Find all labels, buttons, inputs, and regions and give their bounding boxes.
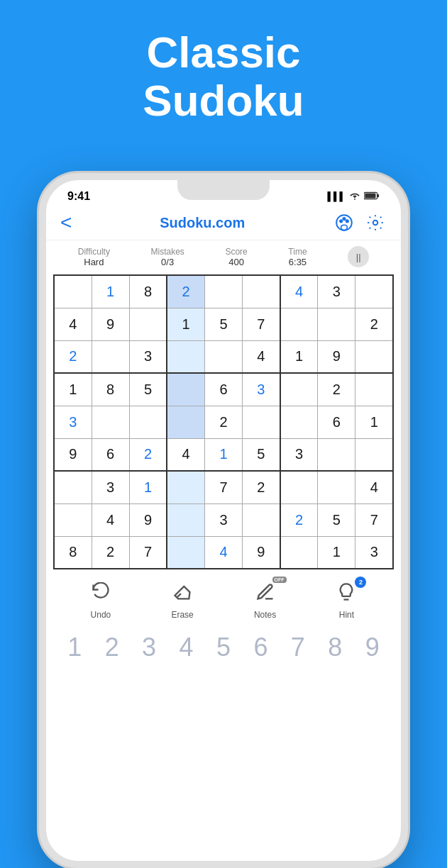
grid-cell[interactable] <box>54 471 92 503</box>
grid-cell[interactable]: 1 <box>355 406 393 438</box>
grid-cell[interactable] <box>54 503 92 536</box>
grid-cell[interactable]: 5 <box>129 373 167 406</box>
pause-button[interactable]: || <box>348 246 369 267</box>
grid-cell[interactable] <box>280 373 318 406</box>
grid-cell[interactable]: 3 <box>243 373 280 406</box>
grid-cell[interactable] <box>243 406 280 438</box>
grid-cell[interactable]: 4 <box>167 438 204 471</box>
grid-cell[interactable]: 2 <box>318 373 355 406</box>
grid-cell[interactable]: 7 <box>355 503 393 536</box>
grid-cell[interactable]: 7 <box>204 471 242 503</box>
grid-cell[interactable] <box>355 438 393 471</box>
grid-cell[interactable] <box>355 373 393 406</box>
grid-cell[interactable] <box>92 340 129 373</box>
palette-icon[interactable] <box>333 211 355 234</box>
number-button-8[interactable]: 8 <box>322 633 348 662</box>
grid-cell[interactable]: 7 <box>243 308 280 340</box>
grid-cell[interactable] <box>280 308 318 340</box>
grid-cell[interactable] <box>204 340 242 373</box>
time-label: Time <box>288 247 307 257</box>
grid-cell[interactable] <box>280 536 318 569</box>
grid-cell[interactable]: 4 <box>204 536 242 569</box>
grid-cell[interactable]: 3 <box>204 503 242 536</box>
grid-cell[interactable] <box>54 275 92 308</box>
grid-cell[interactable]: 6 <box>204 373 242 406</box>
grid-cell[interactable]: 3 <box>355 536 393 569</box>
number-button-3[interactable]: 3 <box>136 633 162 662</box>
grid-cell[interactable]: 5 <box>204 308 242 340</box>
grid-cell[interactable] <box>129 406 167 438</box>
number-button-4[interactable]: 4 <box>174 633 199 662</box>
number-button-7[interactable]: 7 <box>285 633 311 662</box>
grid-cell[interactable]: 8 <box>92 373 129 406</box>
grid-cell[interactable]: 4 <box>243 340 280 373</box>
number-button-6[interactable]: 6 <box>248 633 273 662</box>
number-button-9[interactable]: 9 <box>360 633 385 662</box>
grid-cell[interactable]: 2 <box>280 503 318 536</box>
number-button-1[interactable]: 1 <box>62 633 87 662</box>
notes-tool[interactable]: OFF Notes <box>254 582 276 620</box>
grid-cell[interactable]: 9 <box>54 438 92 471</box>
grid-cell[interactable] <box>167 373 204 406</box>
grid-cell[interactable]: 1 <box>129 471 167 503</box>
grid-cell[interactable]: 4 <box>54 308 92 340</box>
grid-cell[interactable]: 7 <box>129 536 167 569</box>
grid-cell[interactable] <box>280 471 318 503</box>
grid-cell[interactable]: 1 <box>280 340 318 373</box>
grid-cell[interactable]: 1 <box>318 536 355 569</box>
grid-cell[interactable]: 3 <box>54 406 92 438</box>
grid-cell[interactable]: 2 <box>355 308 393 340</box>
grid-cell[interactable]: 2 <box>167 275 204 308</box>
grid-cell[interactable] <box>280 406 318 438</box>
grid-cell[interactable] <box>355 340 393 373</box>
grid-cell[interactable]: 6 <box>318 406 355 438</box>
grid-cell[interactable]: 4 <box>280 275 318 308</box>
nav-icons <box>333 211 387 234</box>
grid-cell[interactable]: 2 <box>92 536 129 569</box>
grid-cell[interactable]: 9 <box>243 536 280 569</box>
grid-cell[interactable]: 1 <box>54 373 92 406</box>
grid-cell[interactable] <box>318 471 355 503</box>
grid-cell[interactable]: 1 <box>92 275 129 308</box>
grid-cell[interactable]: 9 <box>129 503 167 536</box>
grid-cell[interactable] <box>243 275 280 308</box>
grid-cell[interactable]: 4 <box>355 471 393 503</box>
grid-cell[interactable] <box>167 536 204 569</box>
grid-cell[interactable] <box>355 275 393 308</box>
grid-cell[interactable]: 1 <box>167 308 204 340</box>
grid-cell[interactable] <box>318 438 355 471</box>
grid-cell[interactable]: 3 <box>129 340 167 373</box>
grid-cell[interactable] <box>129 308 167 340</box>
grid-cell[interactable] <box>318 308 355 340</box>
grid-cell[interactable]: 3 <box>92 471 129 503</box>
grid-cell[interactable] <box>204 275 242 308</box>
grid-cell[interactable]: 5 <box>318 503 355 536</box>
grid-cell[interactable]: 2 <box>243 471 280 503</box>
grid-cell[interactable]: 3 <box>318 275 355 308</box>
grid-cell[interactable]: 4 <box>92 503 129 536</box>
grid-cell[interactable]: 2 <box>204 406 242 438</box>
grid-cell[interactable]: 1 <box>204 438 242 471</box>
grid-cell[interactable]: 9 <box>92 308 129 340</box>
back-button[interactable]: < <box>60 211 72 234</box>
settings-icon[interactable] <box>364 211 387 234</box>
number-button-5[interactable]: 5 <box>211 633 236 662</box>
grid-cell[interactable]: 3 <box>280 438 318 471</box>
grid-cell[interactable]: 8 <box>54 536 92 569</box>
grid-cell[interactable] <box>167 471 204 503</box>
number-button-2[interactable]: 2 <box>99 633 125 662</box>
grid-cell[interactable]: 5 <box>243 438 280 471</box>
grid-cell[interactable] <box>92 406 129 438</box>
undo-tool[interactable]: Undo <box>91 582 111 620</box>
grid-cell[interactable]: 2 <box>54 340 92 373</box>
grid-cell[interactable]: 8 <box>129 275 167 308</box>
grid-cell[interactable] <box>167 406 204 438</box>
grid-cell[interactable]: 6 <box>92 438 129 471</box>
grid-cell[interactable] <box>167 503 204 536</box>
grid-cell[interactable] <box>243 503 280 536</box>
erase-tool[interactable]: Erase <box>171 582 193 620</box>
grid-cell[interactable] <box>167 340 204 373</box>
grid-cell[interactable]: 2 <box>129 438 167 471</box>
grid-cell[interactable]: 9 <box>318 340 355 373</box>
hint-tool[interactable]: 2 Hint <box>336 582 356 620</box>
